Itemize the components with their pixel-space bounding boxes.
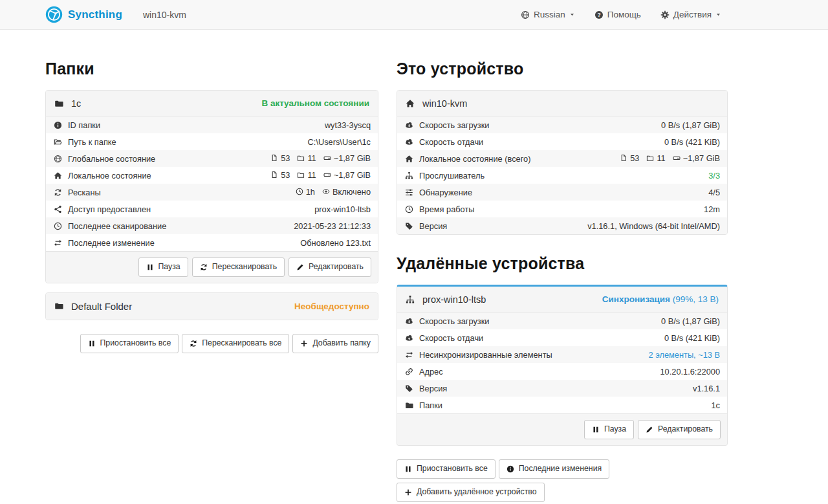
row-last-scan: Последнее сканирование2021-05-23 21:12:3… (46, 217, 378, 234)
value-part: 11 (646, 153, 665, 163)
row-local-state-total: Локальное состояние (всего)5311~1,87 GiB (397, 150, 727, 167)
this-device-details: Скорость загрузки0 B/s (1,87 GiB)Скорост… (397, 116, 727, 234)
button-label: Пересканировать (212, 262, 277, 272)
language-menu[interactable]: Russian (521, 10, 575, 19)
home-icon (53, 171, 63, 180)
recent-changes-button[interactable]: Последние изменения (499, 459, 609, 479)
folder-icon (54, 99, 63, 108)
value-part-text: 1h (306, 187, 315, 197)
help-menu[interactable]: ? Помощь (594, 10, 641, 19)
this-device-heading[interactable]: win10-kvm (397, 91, 727, 116)
remote-device-details: Скорость загрузки0 B/s (1,87 GiB)Скорост… (397, 312, 727, 413)
hdd-icon (323, 171, 331, 179)
pause-all-devices-button[interactable]: Приостановить все (397, 459, 496, 479)
row-local-state: Локальное состояние5311~1,87 GiB (46, 167, 378, 184)
pause-all-folders-button[interactable]: Приостановить все (80, 334, 179, 353)
refresh-icon (53, 188, 63, 197)
folder-name: 1c (71, 98, 81, 109)
info-circle-icon (53, 121, 63, 129)
edit-folder-button[interactable]: Редактировать (289, 257, 371, 277)
add-remote-device-button[interactable]: Добавить удалённое устройство (397, 483, 545, 502)
folder-heading-default[interactable]: Default Folder Необщедоступно (46, 293, 378, 320)
remote-device-heading[interactable]: prox-win10-ltsb Синхронизация (99%, 13 B… (397, 287, 727, 312)
row-value: 0 B/s (1,87 GiB) (661, 120, 720, 130)
button-label: Приостановить все (417, 464, 488, 474)
value-part: 53 (270, 153, 290, 163)
row-address: Адрес10.20.1.6:22000 (397, 363, 727, 380)
folders-section: Папки 1c В актуальном состоянии ID папки… (45, 60, 378, 502)
row-value: Обновлено 123.txt (300, 238, 371, 248)
folders-footer-actions: Приостановить всеПересканировать всеДоба… (45, 334, 378, 353)
folder-name: Default Folder (71, 301, 132, 312)
row-latest-change: Последнее изменениеОбновлено 123.txt (46, 234, 378, 251)
value-part-text: 53 (281, 153, 290, 163)
exchange-icon (53, 239, 63, 247)
row-label: Обнаружение (419, 188, 472, 197)
edit-device-button[interactable]: Редактировать (638, 420, 721, 439)
folder-details: ID папкиwyt33-3yscqПуть к папкеC:\Users\… (46, 116, 378, 251)
add-folder-button[interactable]: Добавить папку (292, 334, 378, 353)
button-label: Приостановить все (100, 338, 171, 349)
row-value: 5311~1,87 GiB (620, 153, 720, 164)
row-shared-with: Доступ предоставленprox-win10-ltsb (46, 201, 378, 217)
row-value: 1c (711, 400, 720, 410)
pause-icon (592, 426, 600, 433)
value-part: 11 (297, 170, 316, 180)
folder-heading-1c[interactable]: 1c В актуальном состоянии (46, 91, 378, 116)
syncthing-brand[interactable]: Syncthing (45, 6, 122, 23)
row-folders: Папки1c (397, 397, 727, 413)
status-detail: (99%, 13 B) (673, 294, 719, 304)
home-device-icon (406, 99, 415, 108)
button-label: Пауза (158, 262, 180, 272)
home-icon (404, 155, 414, 163)
rescan-folder-button[interactable]: Пересканировать (192, 257, 285, 277)
row-label: Скорость отдачи (419, 137, 483, 147)
share-icon (53, 205, 63, 214)
main-content: Папки 1c В актуальном состоянии ID папки… (0, 60, 828, 502)
remote-device-panel: prox-win10-ltsb Синхронизация (99%, 13 B… (397, 285, 728, 446)
row-value[interactable]: 2 элементы, ~13 B (649, 350, 720, 360)
row-rescans: Ресканы1hВключено (46, 184, 378, 201)
cloud-up-icon (404, 138, 414, 146)
rescan-all-folders-button[interactable]: Пересканировать все (182, 334, 289, 353)
navbar-right: Russian ? Помощь Действия (521, 10, 721, 19)
row-label: Скорость загрузки (419, 316, 489, 326)
row-folder-path: Путь к папкеC:\Users\User\1c (46, 133, 378, 150)
value-part-text: 53 (630, 153, 639, 163)
value-part-text: Включено (332, 187, 371, 197)
row-value: 5311~1,87 GiB (270, 153, 371, 164)
actions-menu[interactable]: Действия (660, 10, 721, 19)
clock-icon (296, 188, 303, 195)
pause-folder-button[interactable]: Пауза (138, 257, 188, 277)
value-part: ~1,87 GiB (673, 153, 720, 163)
remote-device-name: prox-win10-ltsb (422, 294, 486, 305)
value-part-text: 53 (281, 170, 290, 180)
value-part: ~1,87 GiB (323, 170, 371, 180)
file-icon (270, 171, 278, 179)
row-download-rate: Скорость загрузки0 B/s (1,87 GiB) (397, 116, 727, 133)
hdd-icon (323, 154, 331, 162)
folder-icon (646, 154, 654, 162)
pause-icon (146, 263, 154, 271)
folder-status-badge: В актуальном состоянии (261, 98, 369, 108)
help-label: Помощь (607, 10, 641, 19)
actions-label: Действия (673, 10, 712, 19)
value-part-text: ~1,87 GiB (334, 170, 371, 180)
pause-device-button[interactable]: Пауза (584, 420, 634, 439)
value-part: 53 (620, 153, 639, 163)
cloud-up-icon (404, 334, 414, 342)
value-part: 1h (296, 187, 315, 197)
pause-icon (88, 340, 96, 347)
link-icon (404, 367, 414, 376)
row-value: 1hВключено (296, 187, 371, 198)
folder-status-badge: Необщедоступно (294, 301, 369, 311)
folder-panel-default: Default Folder Необщедоступно (45, 292, 378, 320)
value-part: ~1,87 GiB (323, 153, 371, 163)
refresh-icon (200, 263, 208, 271)
button-label: Редактировать (309, 262, 364, 272)
navbar: Syncthing win10-kvm Russian ? Помощь Дей… (0, 0, 828, 30)
devices-footer-actions-row2: Добавить удалённое устройство (397, 483, 728, 502)
question-circle-icon: ? (594, 10, 604, 19)
row-label: Глобальное состояние (68, 154, 155, 164)
row-value: 0 B/s (1,87 GiB) (661, 316, 720, 326)
